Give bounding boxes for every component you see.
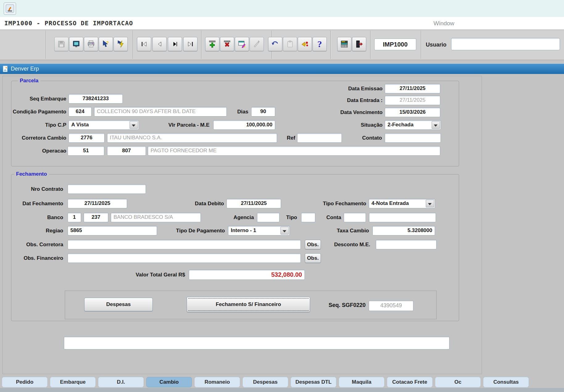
taxa-cambio-field[interactable]: 5.3208000 [372, 226, 435, 235]
delete-record-button[interactable] [220, 37, 234, 51]
seq-embarque-field[interactable]: 738241233 [68, 94, 123, 104]
tab-maquila[interactable]: Maquila [339, 377, 384, 387]
window-title: IMP1000 - PROCESSO DE IMPORTACAO [4, 18, 133, 28]
fechamento-financeiro-button[interactable]: Fechamento S/ Financeiro [187, 297, 310, 312]
desconto-me-field[interactable] [376, 240, 437, 249]
condicao-pagamento-label: Condição Pagamento [13, 107, 66, 116]
nro-contrato-label: Nro Contrato [31, 184, 63, 194]
dias-field[interactable]: 90 [251, 107, 275, 116]
situacao-value: 2-Fechada [388, 122, 413, 128]
toolbar-separator [46, 31, 46, 59]
situacao-select[interactable]: 2-Fechada [385, 120, 441, 130]
obs-financeiro-field[interactable] [68, 253, 301, 263]
tipo-pagamento-select[interactable]: Interno - 1 [228, 226, 290, 235]
data-debito-label: Data Debito [195, 199, 224, 208]
nro-contrato-field[interactable] [68, 184, 146, 194]
agencia-field[interactable] [257, 213, 280, 222]
toolbar-separator [370, 31, 371, 59]
alert-button[interactable] [298, 37, 312, 51]
nav-first-button[interactable] [137, 37, 151, 51]
ref-field[interactable] [297, 133, 342, 143]
operacao-desc-field: PAGTO FORNECEDOR ME [148, 146, 440, 156]
tab-romaneio[interactable]: Romaneio [194, 377, 240, 387]
chevron-down-icon[interactable] [426, 200, 434, 207]
nav-last-icon [187, 40, 194, 48]
operacao-label: Operacao [42, 146, 66, 156]
obs-financeiro-label: Obs. Financeiro [24, 253, 63, 263]
data-emissao-field[interactable]: 27/11/2025 [385, 84, 440, 93]
valor-total-label: Valor Total Geral R$ [136, 270, 185, 280]
data-debito-field[interactable]: 27/11/2025 [226, 199, 281, 208]
tab-consultas[interactable]: Consultas [483, 377, 529, 387]
nav-last-button[interactable] [183, 37, 197, 51]
tab-despesas-dtl[interactable]: Despesas DTL [291, 377, 336, 387]
tab-oc[interactable]: Oc [435, 377, 481, 387]
message-bar-field[interactable] [64, 337, 450, 349]
corretora-cambio-desc-field: ITAU UNIBANCO S.A. [107, 133, 277, 143]
despesas-button[interactable]: Despesas [84, 298, 153, 311]
schedule-button[interactable] [337, 37, 351, 51]
banco-label: Banco [47, 213, 63, 222]
operacao-code2-field[interactable]: 807 [107, 146, 146, 156]
delete-icon [223, 40, 231, 48]
help-button[interactable]: ? [313, 37, 327, 51]
tipo-fechamento-select[interactable]: 4-Nota Entrada [369, 199, 435, 208]
app-icon[interactable] [4, 2, 16, 15]
paste-button[interactable] [283, 37, 297, 51]
save-icon [57, 40, 65, 48]
undo-button[interactable] [268, 37, 282, 51]
add-record-button[interactable] [205, 37, 219, 51]
banco-code1-field[interactable]: 1 [68, 213, 81, 222]
data-vencimento-field[interactable]: 15/03/2026 [385, 108, 440, 117]
contato-field[interactable] [385, 133, 441, 143]
conta-field-1[interactable] [344, 213, 366, 222]
nav-first-icon [140, 40, 148, 48]
vlr-parcela-field[interactable]: 100,000.00 [213, 120, 275, 130]
tab-despesas[interactable]: Despesas [243, 377, 288, 387]
banco-desc-field: BANCO BRADESCO S/A [111, 213, 201, 222]
chevron-down-icon[interactable] [280, 227, 289, 235]
obs-corretora-field[interactable] [68, 240, 301, 249]
conta-field-2[interactable] [369, 213, 436, 222]
tab-cotacao-frete[interactable]: Cotacao Frete [387, 377, 433, 387]
ref-label: Ref [287, 133, 295, 143]
usuario-input[interactable] [451, 38, 560, 50]
obs-corretora-button[interactable]: Obs. [305, 240, 321, 249]
clear-button[interactable] [250, 37, 264, 51]
fechamento-legend: Fechamento [14, 171, 49, 177]
regiao-label: Regiao [46, 226, 63, 235]
frame-titlebar: Denver Erp [0, 64, 564, 74]
print-button[interactable] [84, 37, 98, 51]
tipo-field[interactable] [301, 213, 315, 222]
regiao-field[interactable]: 5865 [68, 226, 157, 235]
nav-next-button[interactable] [168, 37, 182, 51]
menu-item-window[interactable]: Window [433, 19, 454, 28]
tipo-cp-value: A Vista [71, 122, 89, 128]
tab-cambio[interactable]: Cambio [146, 377, 192, 387]
operacao-code1-field[interactable]: 51 [68, 146, 104, 156]
exit-button[interactable] [352, 37, 366, 51]
obs-financeiro-button[interactable]: Obs. [305, 253, 321, 263]
condicao-pagamento-code-field[interactable]: 624 [68, 107, 92, 116]
lightning-icon [117, 40, 125, 48]
chevron-down-icon[interactable] [432, 121, 440, 129]
form-edit-button[interactable] [235, 37, 249, 51]
toolbar-separator [201, 31, 201, 59]
tab-di[interactable]: D.I. [98, 377, 144, 387]
vlr-parcela-label: Vlr Parcela - M.E [168, 120, 209, 130]
nav-prev-button[interactable] [152, 37, 167, 51]
tab-embarque[interactable]: Embarque [50, 377, 96, 387]
corretora-cambio-label: Corretora Cambio [22, 133, 66, 143]
corretora-cambio-code-field[interactable]: 2776 [68, 133, 105, 143]
tipo-cp-select[interactable]: A Vista [68, 120, 139, 130]
execute-button[interactable] [114, 37, 128, 51]
save-button[interactable] [54, 37, 68, 51]
tab-pedido[interactable]: Pedido [2, 377, 48, 387]
program-code-field: IMP1000 [374, 39, 416, 50]
context-help-button[interactable]: ? [99, 37, 113, 51]
screen-button[interactable] [69, 37, 83, 51]
seq-embarque-label: Seq Embarque [30, 94, 66, 104]
banco-code2-field[interactable]: 237 [84, 213, 108, 222]
dat-fechamento-field[interactable]: 27/11/2025 [68, 199, 127, 208]
chevron-down-icon[interactable] [130, 121, 138, 129]
